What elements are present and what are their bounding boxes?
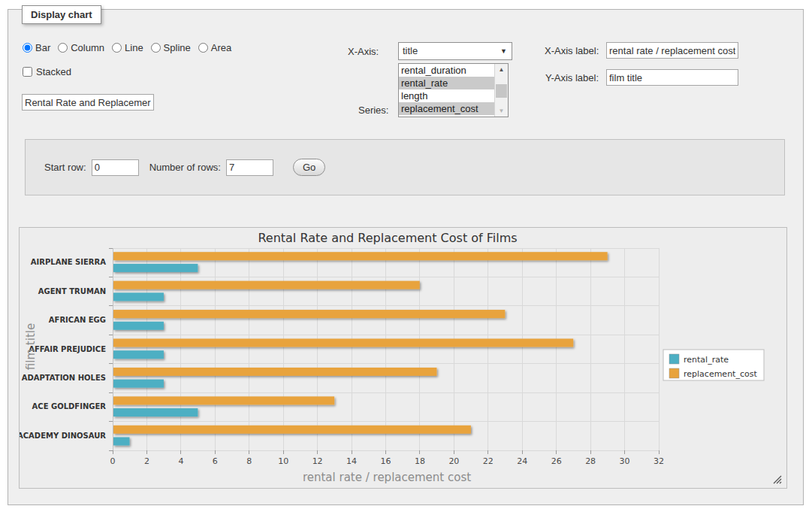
bar-rental_rate <box>113 322 164 330</box>
radio-label: Area <box>211 42 231 53</box>
svg-text:30: 30 <box>620 456 630 466</box>
radio-label: Line <box>125 42 143 53</box>
display-chart-panel: Display chart BarColumnLineSplineArea St… <box>8 9 804 505</box>
radio-input-area[interactable] <box>198 43 208 53</box>
bar-replacement_cost <box>113 310 505 318</box>
series-option-length[interactable]: length <box>399 89 494 102</box>
radio-input-line[interactable] <box>112 43 122 53</box>
svg-text:ACE GOLDFINGER: ACE GOLDFINGER <box>32 402 107 411</box>
radio-label: Spline <box>164 42 191 53</box>
x-axis-title: rental rate / replacement cost <box>303 471 471 484</box>
chart-type-radio-spline[interactable]: Spline <box>151 42 191 53</box>
svg-text:AFFAIR PREJUDICE: AFFAIR PREJUDICE <box>29 345 106 353</box>
chart-title: Rental Rate and Replacement Cost of Film… <box>258 231 517 245</box>
go-button[interactable]: Go <box>293 159 325 176</box>
bar-replacement_cost <box>113 396 334 404</box>
legend-label-replacement_cost[interactable]: replacement_cost <box>684 369 757 379</box>
bar-replacement_cost <box>113 252 608 260</box>
series-scrollbar[interactable]: ▲ ▼ <box>494 64 508 117</box>
scroll-up-icon[interactable]: ▲ <box>495 64 508 75</box>
svg-text:AIRPLANE SIERRA: AIRPLANE SIERRA <box>31 258 106 266</box>
series-field-label: Series: <box>358 105 388 116</box>
bar-rental_rate <box>113 437 129 445</box>
svg-text:ADAPTATION HOLES: ADAPTATION HOLES <box>22 374 106 382</box>
chart-type-radio-group: BarColumnLineSplineArea <box>23 42 239 53</box>
bar-rental_rate <box>113 380 164 388</box>
num-rows-label: Number of rows: <box>149 162 221 173</box>
legend-swatch-rental_rate[interactable] <box>669 354 679 364</box>
svg-text:24: 24 <box>517 456 527 466</box>
radio-input-bar[interactable] <box>23 43 32 53</box>
bar-rental_rate <box>113 264 198 272</box>
svg-text:AFRICAN EGG: AFRICAN EGG <box>49 316 106 324</box>
dropdown-arrow-icon: ▼ <box>500 43 507 59</box>
svg-text:16: 16 <box>381 456 391 466</box>
radio-label: Column <box>71 42 104 53</box>
chart-resize-handle[interactable] <box>774 476 781 483</box>
radio-input-spline[interactable] <box>151 43 161 53</box>
stacked-label: Stacked <box>36 66 71 77</box>
svg-text:20: 20 <box>448 456 459 466</box>
y-axis-label-field-label: Y-Axis label: <box>545 72 599 83</box>
x-axis-label-input[interactable] <box>606 42 738 59</box>
scroll-down-icon[interactable]: ▼ <box>495 105 508 117</box>
scrollbar-thumb[interactable] <box>496 84 507 98</box>
svg-text:4: 4 <box>178 456 183 466</box>
radio-label: Bar <box>35 42 50 53</box>
series-option-rental_rate[interactable]: rental_rate <box>399 77 494 89</box>
x-axis-field-label: X-Axis: <box>348 46 379 57</box>
legend-swatch-replacement_cost[interactable] <box>669 368 679 378</box>
y-axis-title: film title <box>24 323 38 370</box>
num-rows-input[interactable] <box>226 159 273 176</box>
series-option-replacement_cost[interactable]: replacement_cost <box>399 102 494 115</box>
x-axis-selected-value: title <box>403 45 418 56</box>
panel-title: Display chart <box>22 5 101 24</box>
chart-type-radio-area[interactable]: Area <box>198 42 231 53</box>
chart-container: 02468101214161820222426283032AIRPLANE SI… <box>19 227 787 489</box>
chart-type-radio-bar[interactable]: Bar <box>23 42 50 53</box>
svg-text:10: 10 <box>278 456 288 466</box>
row-controls-box: Start row: Number of rows: Go <box>25 139 785 195</box>
svg-text:32: 32 <box>654 456 664 466</box>
series-option-rental_duration[interactable]: rental_duration <box>399 64 494 77</box>
svg-text:ACADEMY DINOSAUR: ACADEMY DINOSAUR <box>20 432 106 440</box>
chart-title-input[interactable] <box>22 94 154 111</box>
svg-text:22: 22 <box>483 456 494 466</box>
stacked-checkbox[interactable] <box>23 67 32 77</box>
series-options: rental_durationrental_ratelengthreplacem… <box>399 64 494 117</box>
svg-text:2: 2 <box>144 456 149 466</box>
stacked-checkbox-row[interactable]: Stacked <box>23 66 71 77</box>
bar-replacement_cost <box>113 368 436 376</box>
start-row-label: Start row: <box>44 162 86 173</box>
series-listbox[interactable]: rental_durationrental_ratelengthreplacem… <box>398 63 509 117</box>
x-axis-label-field-label: X-Axis label: <box>545 45 599 56</box>
svg-text:0: 0 <box>110 456 116 466</box>
bar-chart: 02468101214161820222426283032AIRPLANE SI… <box>20 228 785 486</box>
start-row-input[interactable] <box>92 159 139 176</box>
svg-text:18: 18 <box>415 456 425 466</box>
legend-label-rental_rate[interactable]: rental_rate <box>684 355 729 365</box>
bar-rental_rate <box>113 292 164 301</box>
bar-rental_rate <box>113 408 198 417</box>
scrollbar-track[interactable] <box>495 75 508 105</box>
svg-text:26: 26 <box>551 456 562 466</box>
chart-type-radio-line[interactable]: Line <box>112 42 143 53</box>
svg-text:AGENT TRUMAN: AGENT TRUMAN <box>38 287 106 295</box>
chart-type-radio-column[interactable]: Column <box>58 42 104 53</box>
svg-text:12: 12 <box>312 456 323 466</box>
svg-text:6: 6 <box>213 456 218 466</box>
y-axis-label-input[interactable] <box>606 69 738 86</box>
svg-text:8: 8 <box>246 456 252 466</box>
bar-replacement_cost <box>113 281 420 289</box>
radio-input-column[interactable] <box>58 43 68 53</box>
bar-rental_rate <box>113 350 164 359</box>
bar-replacement_cost <box>113 338 573 347</box>
svg-text:28: 28 <box>585 456 596 466</box>
x-axis-select[interactable]: title ▼ <box>398 42 512 60</box>
svg-text:14: 14 <box>346 456 357 466</box>
bar-replacement_cost <box>113 426 471 434</box>
page: Display chart BarColumnLineSplineArea St… <box>0 0 812 512</box>
